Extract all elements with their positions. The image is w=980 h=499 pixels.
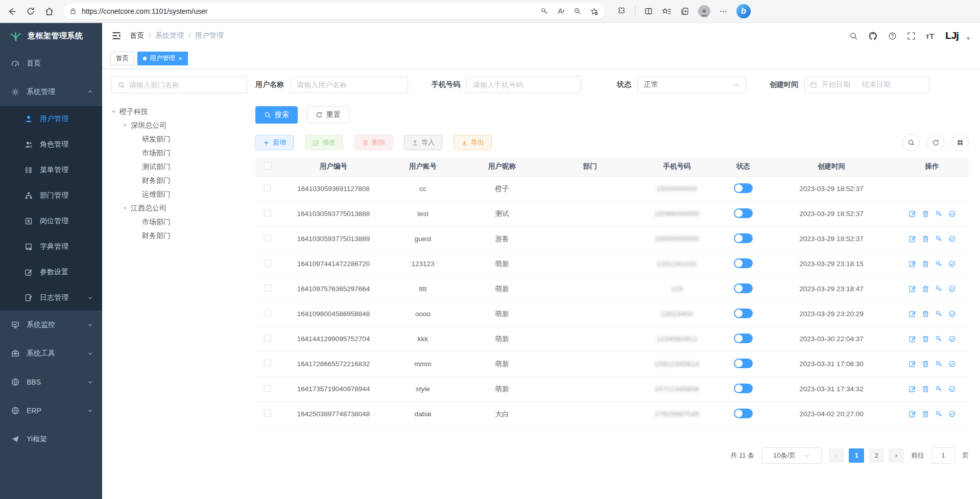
add-button[interactable]: 新增 — [255, 135, 294, 150]
prev-page-button[interactable]: ‹ — [829, 448, 844, 463]
row-checkbox[interactable] — [264, 284, 271, 292]
delete-button[interactable] — [922, 210, 929, 218]
status-toggle[interactable] — [734, 308, 753, 318]
zoom-out-icon[interactable] — [573, 7, 582, 16]
back-icon[interactable] — [7, 7, 17, 16]
password-key-icon[interactable] — [540, 7, 548, 16]
edit-button[interactable] — [909, 410, 916, 418]
user-avatar[interactable]: Ǉj — [944, 28, 960, 43]
sidebar-item-post[interactable]: 岗位管理 — [0, 208, 102, 234]
assign-role-button[interactable] — [948, 360, 956, 368]
refresh-icon[interactable] — [26, 7, 35, 16]
page-size-select[interactable]: 10条/页 — [761, 447, 822, 464]
sidebar-item-menu[interactable]: 菜单管理 — [0, 157, 102, 183]
app-logo[interactable]: 意框架管理系统 — [0, 23, 102, 49]
select-all-checkbox[interactable] — [264, 162, 271, 170]
favorites-bar-icon[interactable] — [662, 7, 672, 16]
edit-button[interactable] — [909, 210, 916, 218]
sidebar-item-dict[interactable]: 字典管理 — [0, 234, 102, 259]
status-toggle[interactable] — [734, 409, 753, 418]
reset-password-button[interactable] — [935, 260, 943, 268]
sidebar-item-system[interactable]: 系统管理 — [0, 78, 102, 106]
delete-button[interactable] — [922, 285, 929, 293]
sidebar-item-yiframe[interactable]: Yi框架 — [0, 425, 102, 454]
sidebar-item-home[interactable]: 首页 — [0, 49, 102, 78]
date-range-picker[interactable]: 开始日期 - 结束日期 — [804, 76, 929, 93]
search-button[interactable]: 搜索 — [255, 106, 298, 124]
row-checkbox[interactable] — [264, 335, 271, 342]
add-favorite-icon[interactable] — [590, 7, 599, 16]
phone-input[interactable] — [466, 76, 581, 93]
tree-node[interactable]: 江西总公司 — [111, 201, 247, 215]
tree-node[interactable]: 橙子科技 — [111, 105, 247, 118]
delete-button[interactable] — [922, 410, 929, 418]
user-menu-caret-icon[interactable]: ▼ — [966, 36, 971, 41]
assign-role-button[interactable] — [948, 385, 956, 393]
home-icon[interactable] — [44, 7, 54, 16]
dept-search-input[interactable] — [129, 81, 241, 89]
assign-role-button[interactable] — [948, 210, 956, 218]
header-search-icon[interactable] — [849, 32, 858, 40]
more-icon[interactable] — [719, 7, 728, 16]
next-page-button[interactable]: › — [889, 448, 904, 463]
tree-expand-caret-icon[interactable] — [122, 123, 128, 128]
export-button[interactable]: 导出 — [453, 135, 492, 150]
profile-avatar[interactable] — [698, 5, 710, 17]
reset-password-button[interactable] — [935, 360, 943, 368]
tree-node[interactable]: 测试部门 — [111, 160, 247, 174]
collapse-sidebar-icon[interactable] — [111, 31, 122, 41]
reset-password-button[interactable] — [935, 310, 943, 318]
assign-role-button[interactable] — [948, 285, 956, 293]
help-icon[interactable] — [888, 32, 897, 40]
edit-button[interactable] — [909, 235, 916, 243]
tree-node[interactable]: 财务部门 — [111, 229, 247, 243]
page-button-1[interactable]: 1 — [849, 448, 864, 463]
read-aloud-icon[interactable] — [557, 7, 565, 16]
edit-button[interactable] — [909, 335, 916, 343]
row-checkbox[interactable] — [264, 209, 271, 217]
row-checkbox[interactable] — [264, 385, 271, 392]
sidebar-item-config[interactable]: 参数设置 — [0, 259, 102, 285]
browser-essentials-icon[interactable] — [617, 7, 626, 16]
tree-node[interactable]: 市场部门 — [111, 215, 247, 229]
delete-button[interactable] — [922, 385, 929, 393]
column-settings-button[interactable] — [951, 134, 969, 151]
tree-node[interactable]: 财务部门 — [111, 174, 247, 187]
sidebar-item-monitor[interactable]: 系统监控 — [0, 311, 102, 339]
row-checkbox[interactable] — [264, 360, 271, 367]
reset-password-button[interactable] — [935, 285, 943, 293]
sidebar-item-erp[interactable]: ERP — [0, 396, 102, 425]
delete-button[interactable] — [922, 235, 929, 243]
copilot-icon[interactable]: b — [736, 4, 751, 18]
breadcrumb-home[interactable]: 首页 — [130, 31, 144, 40]
status-toggle[interactable] — [734, 384, 753, 393]
row-checkbox[interactable] — [264, 310, 271, 317]
edit-button[interactable] — [909, 360, 916, 368]
assign-role-button[interactable] — [948, 235, 956, 243]
split-screen-icon[interactable] — [644, 7, 653, 16]
tree-node[interactable]: 研发部门 — [111, 132, 247, 146]
reset-password-button[interactable] — [935, 410, 943, 418]
row-checkbox[interactable] — [264, 410, 271, 417]
edit-button[interactable] — [909, 385, 916, 393]
goto-page-input[interactable] — [931, 447, 955, 464]
edit-button[interactable] — [909, 260, 916, 268]
sidebar-item-role[interactable]: 角色管理 — [0, 132, 102, 157]
delete-button[interactable]: 删除 — [354, 135, 393, 150]
refresh-table-button[interactable] — [927, 134, 944, 151]
status-select[interactable]: 正常 — [637, 76, 746, 93]
sidebar-item-dept[interactable]: 部门管理 — [0, 183, 102, 208]
collections-icon[interactable] — [680, 7, 689, 16]
status-toggle[interactable] — [734, 233, 753, 243]
tab-close-icon[interactable]: × — [178, 55, 182, 62]
sidebar-item-tool[interactable]: 系统工具 — [0, 339, 102, 368]
username-input[interactable] — [290, 76, 408, 93]
tab-home[interactable]: 首页 — [110, 52, 134, 65]
delete-button[interactable] — [922, 310, 929, 318]
tree-expand-caret-icon[interactable] — [111, 109, 116, 114]
edit-button[interactable] — [909, 285, 916, 293]
breadcrumb-system[interactable]: 系统管理 — [155, 31, 184, 40]
fullscreen-icon[interactable] — [907, 32, 916, 40]
status-toggle[interactable] — [734, 258, 753, 268]
address-bar[interactable]: https://ccnetcore.com:1101/system/user — [63, 4, 605, 19]
